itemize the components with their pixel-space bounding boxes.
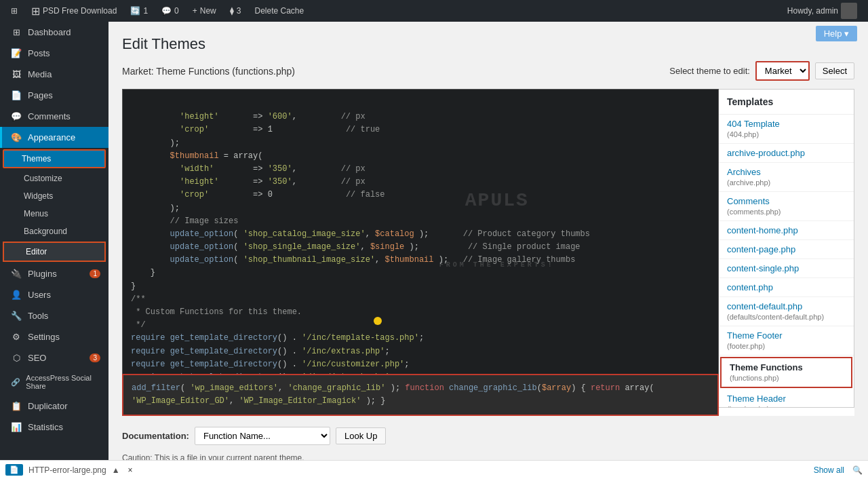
status-file-icon: 📄	[5, 464, 23, 476]
highlighted-code-box[interactable]: add_filter( 'wp_image_editors', 'change_…	[122, 374, 719, 416]
sidebar-item-comments[interactable]: 💬 Comments	[0, 106, 108, 127]
sidebar-item-dashboard[interactable]: ⊞ Dashboard	[0, 22, 108, 43]
sidebar-item-tools[interactable]: 🔧 Tools	[0, 305, 108, 326]
sidebar-item-accesspress[interactable]: 🔗 AccessPress Social Share	[0, 368, 108, 396]
doc-label: Documentation:	[122, 431, 189, 441]
pages-icon: 📄	[10, 90, 22, 100]
sidebar-item-plugins[interactable]: 🔌 Plugins 1	[0, 263, 108, 284]
template-item-archive-product[interactable]: archive-product.php	[719, 144, 854, 163]
select-theme-button[interactable]: Select	[815, 62, 854, 79]
duplicator-icon: 📋	[10, 401, 22, 411]
sidebar-item-duplicator[interactable]: 📋 Duplicator	[0, 396, 108, 417]
sidebar-item-label: Appearance	[28, 132, 75, 142]
plugins-bubble: 1	[90, 269, 100, 278]
sidebar-item-pages[interactable]: 📄 Pages	[0, 85, 108, 106]
howdy-item[interactable]: Howdy, admin	[782, 0, 863, 22]
settings-icon: ⚙	[10, 332, 22, 342]
themes-label: Themes	[22, 154, 51, 164]
status-arrow: ▲	[112, 465, 120, 475]
site-name-item[interactable]: ⊞ PSD Free Download	[26, 0, 122, 22]
sidebar-item-label: Pages	[28, 90, 53, 100]
updates-item[interactable]: 🔄 1	[125, 0, 153, 22]
sidebar-item-appearance[interactable]: 🎨 Appearance	[0, 127, 108, 148]
template-item-header[interactable]: Theme Header (header.php)	[719, 389, 854, 408]
sidebar-item-users[interactable]: 👤 Users	[0, 284, 108, 305]
sidebar-item-label: Duplicator	[28, 401, 68, 411]
appearance-icon: 🎨	[10, 132, 22, 142]
plugin-count: 3	[237, 6, 241, 16]
tools-icon: 🔧	[10, 311, 22, 321]
seo-icon: ⬡	[10, 353, 22, 363]
template-item-404[interactable]: 404 Template (404.php)	[719, 115, 854, 144]
cursor-indicator	[374, 317, 382, 325]
sidebar-item-label: Media	[28, 69, 52, 79]
submenu-item-background[interactable]: Background	[0, 223, 108, 240]
subtitle-bar: Market: Theme Functions (functions.php) …	[122, 61, 854, 81]
show-all-button[interactable]: Show all	[814, 465, 844, 475]
site-name: PSD Free Download	[43, 6, 117, 16]
comments-icon: 💬	[161, 6, 172, 16]
file-icon-symbol: 📄	[9, 465, 19, 474]
templates-heading: Templates	[719, 90, 854, 115]
help-button[interactable]: Help ▾	[816, 26, 857, 41]
doc-bar: Documentation: Function Name... Look Up	[122, 423, 854, 449]
template-item-content-single[interactable]: content-single.php	[719, 259, 854, 278]
plugin-bar-item[interactable]: ⧫ 3	[224, 0, 247, 22]
plugins-icon: 🔌	[10, 269, 22, 279]
widgets-label: Widgets	[24, 191, 53, 201]
seo-bubble: 3	[90, 353, 100, 362]
sidebar-item-label: Plugins	[28, 269, 57, 279]
lookup-button[interactable]: Look Up	[336, 427, 386, 444]
comments-icon: 💬	[10, 111, 22, 121]
template-item-comments[interactable]: Comments (comments.php)	[719, 192, 854, 221]
status-close-button[interactable]: ×	[128, 465, 133, 475]
media-icon: 🖼	[10, 69, 22, 79]
editor-templates-wrap: 'height' => '600', // px 'crop' => 1 // …	[122, 89, 854, 416]
sidebar-item-posts[interactable]: 📝 Posts	[0, 43, 108, 64]
dashboard-icon: ⊞	[10, 27, 22, 37]
posts-icon: 📝	[10, 48, 22, 58]
template-item-archives[interactable]: Archives (archive.php)	[719, 163, 854, 192]
code-view[interactable]: 'height' => '600', // px 'crop' => 1 // …	[122, 89, 719, 374]
theme-select[interactable]: Market	[755, 61, 810, 81]
statistics-icon: 📊	[10, 422, 22, 432]
status-bar: 📄 HTTP-error-large.png ▲ × Show all 🔍	[0, 460, 868, 479]
sidebar-item-media[interactable]: 🖼 Media	[0, 64, 108, 85]
submenu-item-themes[interactable]: Themes	[3, 149, 106, 168]
accesspress-icon: 🔗	[10, 378, 20, 387]
submenu-item-menus[interactable]: Menus	[0, 205, 108, 223]
magnify-icon: 🔍	[852, 465, 863, 475]
template-item-content-default[interactable]: content-default.php (defaults/content-de…	[719, 297, 854, 326]
customize-label: Customize	[24, 174, 62, 183]
doc-select[interactable]: Function Name...	[195, 427, 330, 445]
comments-item[interactable]: 💬 0	[156, 0, 184, 22]
templates-panel: Templates 404 Template (404.php) archive…	[719, 89, 854, 408]
admin-bar: ⊞ ⊞ PSD Free Download 🔄 1 💬 0 + New ⧫ 3 …	[0, 0, 868, 22]
new-item[interactable]: + New	[187, 0, 222, 22]
sidebar-item-settings[interactable]: ⚙ Settings	[0, 326, 108, 347]
wp-logo-icon: ⊞	[11, 6, 18, 16]
site-icon: ⊞	[31, 5, 40, 18]
submenu-item-editor[interactable]: Editor	[3, 242, 106, 262]
menus-label: Menus	[24, 209, 48, 218]
sidebar-item-label: Tools	[28, 311, 48, 321]
new-icon: +	[193, 6, 197, 16]
sidebar-item-statistics[interactable]: 📊 Statistics	[0, 417, 108, 438]
template-item-content-home[interactable]: content-home.php	[719, 221, 854, 240]
template-item-content-page[interactable]: content-page.php	[719, 240, 854, 259]
template-item-footer[interactable]: Theme Footer (footer.php)	[719, 326, 854, 356]
users-icon: 👤	[10, 290, 22, 300]
file-title: Market: Theme Functions (functions.php)	[122, 66, 295, 77]
sidebar: ⊞ Dashboard 📝 Posts 🖼 Media 📄 Pages 💬 Co…	[0, 22, 108, 479]
sidebar-item-label: Comments	[28, 111, 71, 121]
template-item-content[interactable]: content.php	[719, 278, 854, 297]
help-label: Help ▾	[824, 28, 849, 39]
sidebar-item-seo[interactable]: ⬡ SEO 3	[0, 347, 108, 368]
main-content: Edit Themes Market: Theme Functions (fun…	[108, 22, 868, 479]
template-item-functions[interactable]: Theme Functions (functions.php)	[720, 357, 852, 388]
submenu-item-widgets[interactable]: Widgets	[0, 187, 108, 205]
delete-cache-item[interactable]: Delete Cache	[249, 0, 309, 22]
sidebar-item-label: AccessPress Social Share	[26, 374, 100, 390]
submenu-item-customize[interactable]: Customize	[0, 170, 108, 187]
wp-logo-item[interactable]: ⊞	[5, 0, 23, 22]
